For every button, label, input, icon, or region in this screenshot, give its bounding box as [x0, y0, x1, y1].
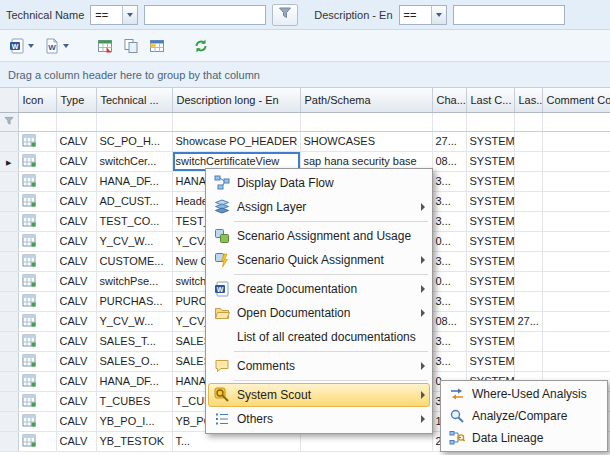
cell-technical[interactable]: YB_TESTOK [96, 431, 172, 451]
cell-icon[interactable] [18, 231, 56, 251]
submenu-item-data-lineage[interactable]: Data Lineage [443, 427, 605, 449]
column-header-comment[interactable]: Comment Co... [542, 88, 610, 112]
cell-icon[interactable] [18, 211, 56, 231]
cell-cha[interactable]: 3... [432, 291, 466, 311]
submenu-item-where-used-analysis[interactable]: Where-Used Analysis [443, 383, 605, 405]
cell-comment[interactable] [542, 231, 610, 251]
cell-cha[interactable]: 08... [432, 311, 466, 331]
filter-cell-type[interactable] [56, 112, 96, 131]
row-indicator[interactable] [0, 171, 18, 191]
cell-cha[interactable]: 3... [432, 191, 466, 211]
menu-item-system-scout[interactable]: System Scout [208, 383, 430, 407]
row-indicator[interactable] [0, 351, 18, 371]
menu-item-create-documentation[interactable]: WCreate Documentation [208, 277, 430, 301]
cell-comment[interactable] [542, 271, 610, 291]
cell-las[interactable] [514, 211, 542, 231]
cell-icon[interactable] [18, 311, 56, 331]
cell-comment[interactable] [542, 251, 610, 271]
row-indicator[interactable] [0, 431, 18, 451]
cell-icon[interactable] [18, 331, 56, 351]
menu-item-comments[interactable]: Comments [208, 354, 430, 378]
cell-technical[interactable]: CUSTOME... [96, 251, 172, 271]
cell-cha[interactable]: 3... [432, 171, 466, 191]
row-indicator[interactable] [0, 331, 18, 351]
cell-comment[interactable] [542, 151, 610, 171]
group-by-bar[interactable]: Drag a column header here to group by th… [0, 62, 610, 88]
cell-type[interactable]: CALV [56, 411, 96, 431]
cell-las[interactable]: 27... [514, 311, 542, 331]
cell-icon[interactable] [18, 391, 56, 411]
cell-type[interactable]: CALV [56, 331, 96, 351]
cell-last_changed[interactable]: SYSTEM [466, 131, 514, 151]
cell-las[interactable] [514, 351, 542, 371]
dropdown-arrow-icon[interactable] [63, 44, 69, 48]
cell-last_changed[interactable]: SYSTEM [466, 211, 514, 231]
description-en-operator-select[interactable]: == [399, 5, 447, 25]
copy-table-button[interactable] [146, 34, 168, 58]
cell-type[interactable]: CALV [56, 291, 96, 311]
row-indicator[interactable] [0, 131, 18, 151]
filter-cell-last_changed[interactable] [466, 112, 514, 131]
cell-cha[interactable]: 27... [432, 131, 466, 151]
cell-type[interactable]: CALV [56, 191, 96, 211]
filter-cell-cha[interactable] [432, 112, 466, 131]
cell-technical[interactable]: SC_PO_H... [96, 131, 172, 151]
filter-builder-button[interactable] [272, 4, 298, 26]
cell-technical[interactable]: T_CUBES [96, 391, 172, 411]
cell-technical[interactable]: SALES_T... [96, 331, 172, 351]
cell-las[interactable] [514, 331, 542, 351]
cell-type[interactable]: CALV [56, 271, 96, 291]
cell-type[interactable]: CALV [56, 251, 96, 271]
cell-technical[interactable]: switchCer... [96, 151, 172, 171]
cell-last_changed[interactable]: SYSTEM [466, 311, 514, 331]
cell-las[interactable] [514, 251, 542, 271]
cell-icon[interactable] [18, 271, 56, 291]
row-indicator[interactable] [0, 271, 18, 291]
row-indicator[interactable] [0, 391, 18, 411]
row-indicator[interactable] [0, 191, 18, 211]
cell-comment[interactable] [542, 351, 610, 371]
cell-icon[interactable] [18, 411, 56, 431]
cell-icon[interactable] [18, 151, 56, 171]
cell-las[interactable] [514, 191, 542, 211]
cell-type[interactable]: CALV [56, 131, 96, 151]
cell-last_changed[interactable]: SYSTEM [466, 171, 514, 191]
cell-type[interactable]: CALV [56, 351, 96, 371]
column-header-type[interactable]: Type [56, 88, 96, 112]
cell-icon[interactable] [18, 131, 56, 151]
menu-item-others[interactable]: Others [208, 407, 430, 431]
row-indicator[interactable] [0, 311, 18, 331]
menu-item-scenario-quick-assignment[interactable]: Scenario Quick Assignment [208, 248, 430, 272]
cell-cha[interactable]: 3... [432, 211, 466, 231]
filter-cell-technical[interactable] [96, 112, 172, 131]
cell-type[interactable]: CALV [56, 391, 96, 411]
cell-technical[interactable]: switchPse... [96, 271, 172, 291]
filter-cell-description[interactable] [172, 112, 300, 131]
cell-cha[interactable]: 3... [432, 351, 466, 371]
row-indicator[interactable] [0, 211, 18, 231]
cell-type[interactable]: CALV [56, 231, 96, 251]
cell-cha[interactable]: 0... [432, 231, 466, 251]
cell-cha[interactable]: 0... [432, 271, 466, 291]
row-indicator[interactable] [0, 371, 18, 391]
cell-comment[interactable] [542, 331, 610, 351]
cell-technical[interactable]: PURCHAS... [96, 291, 172, 311]
chevron-down-icon[interactable] [122, 6, 137, 24]
cell-las[interactable] [514, 131, 542, 151]
cell-cha[interactable]: 3... [432, 331, 466, 351]
menu-item-open-documentation[interactable]: Open Documentation [208, 301, 430, 325]
submenu-item-analyze-compare[interactable]: Analyze/Compare [443, 405, 605, 427]
row-indicator[interactable] [0, 231, 18, 251]
row-indicator[interactable] [0, 291, 18, 311]
cell-last_changed[interactable]: SYSTEM [466, 251, 514, 271]
cell-comment[interactable] [542, 211, 610, 231]
cell-last_changed[interactable]: SYSTEM [466, 271, 514, 291]
cell-comment[interactable] [542, 131, 610, 151]
cell-type[interactable]: CALV [56, 431, 96, 451]
column-header-last_changed[interactable]: Last C... [466, 88, 514, 112]
cell-las[interactable] [514, 231, 542, 251]
menu-item-scenario-assignment-and-usage[interactable]: Scenario Assignment and Usage [208, 224, 430, 248]
cell-technical[interactable]: Y_CV_W... [96, 311, 172, 331]
menu-item-assign-layer[interactable]: Assign Layer [208, 195, 430, 219]
copy-button[interactable] [120, 34, 142, 58]
